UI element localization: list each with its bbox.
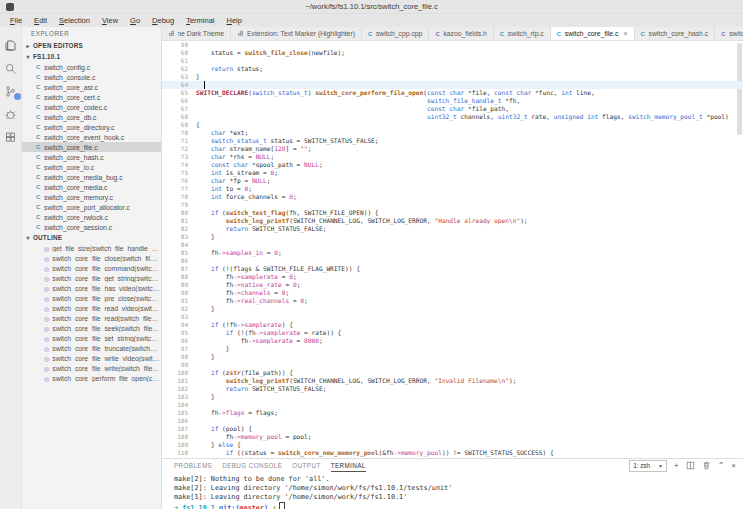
line-number: 94 [162,321,196,329]
line-number: 107 [162,425,196,433]
menu-item-view[interactable]: View [96,16,124,25]
file-item[interactable]: Cswitch_core_directory.c [22,122,161,132]
outline-section[interactable]: ▾ OUTLINE [22,232,161,243]
open-editors-section[interactable]: ▸ OPEN EDITORS [22,40,161,51]
split-terminal-icon[interactable] [686,461,695,470]
line-number: 68 [162,113,196,121]
file-item[interactable]: Cswitch_core_media_bug.c [22,172,161,182]
code-text: char *rhs = NULL; [196,153,274,161]
outline-item[interactable]: ◎switch_core_perform_file_open(const cha… [22,373,161,383]
editor-tab-bar: One Dark ThemeExtension: Text Marker (Hi… [162,27,743,41]
close-tab-icon[interactable]: × [623,30,627,37]
menu-item-go[interactable]: Go [124,16,146,25]
debug-icon[interactable] [3,106,19,122]
code-text: char stream_name[128] = ""; [196,145,312,153]
outline-symbol: switch_core_file_command(switch_file_han… [52,265,160,272]
outline-item[interactable]: ◎switch_core_file_read(switch_file_handl… [22,313,161,323]
maximize-panel-icon[interactable]: ⌃ [718,462,725,470]
menu-item-edit[interactable]: Edit [28,16,53,25]
code-text: status = switch_file_close(newfile); [196,49,345,57]
outline-symbol: switch_core_file_pre_close(switch_file_h… [52,295,160,302]
code-line: 86 [162,257,743,265]
explorer-icon[interactable] [3,37,19,53]
file-item[interactable]: Cswitch_core_file.c [22,142,161,152]
tab-label: switch_core_file.c [565,30,619,37]
outline-item[interactable]: ◎switch_core_file_read_video(switch_file… [22,303,161,313]
line-number: 60 [162,49,196,57]
outline-label: OUTLINE [33,234,62,241]
c-file-icon: C [36,204,41,210]
menu-item-debug[interactable]: Debug [146,16,180,25]
file-item[interactable]: Cswitch_core_session.c [22,222,161,232]
menu-item-terminal[interactable]: Terminal [180,16,220,25]
file-item[interactable]: Cswitch_core_hash.c [22,152,161,162]
code-editor[interactable]: 5960 status = switch_file_close(newfile)… [162,41,743,458]
outline-item[interactable]: ◎switch_core_file_set_string(switch_file… [22,333,161,343]
scm-badge [14,93,21,100]
terminal-shell-select[interactable]: 1: zsh ▼ [629,460,667,472]
file-name: switch_core_directory.c [44,124,115,131]
panel-header: PROBLEMSDEBUG CONSOLEOUTPUTTERMINAL 1: z… [162,459,743,472]
file-item[interactable]: Cswitch_core_event_hook.c [22,132,161,142]
editor-tab[interactable]: Cswitch_core_hash.c [635,27,716,40]
outline-item[interactable]: ◎get_file_size(switch_file_handle_t *, c… [22,243,161,253]
editor-tab[interactable]: Cswitch_plat [715,27,743,40]
outline-item[interactable]: ◎switch_core_file_close(switch_file_hand… [22,253,161,263]
terminal-output[interactable]: make[2]: Nothing to be done for 'all'.ma… [162,472,743,509]
editor-tab[interactable]: Cswitch_core_file.c× [551,27,635,40]
file-item[interactable]: Cswitch_console.c [22,72,161,82]
menu-item-selection[interactable]: Selection [53,16,96,25]
file-item[interactable]: Cswitch_core_cert.c [22,92,161,102]
file-item[interactable]: Cswitch_core_io.c [22,162,161,172]
editor-tab[interactable]: Extension: Text Marker (Highlighter) [231,27,362,40]
code-text: switch_log_printf(SWITCH_CHANNEL_LOG, SW… [196,377,516,385]
menu-item-help[interactable]: Help [221,16,248,25]
editor-tab[interactable]: Cswitch_rtp.c [494,27,551,40]
search-icon[interactable] [3,60,19,76]
file-item[interactable]: Cswitch_core_db.c [22,112,161,122]
close-panel-icon[interactable]: × [731,462,736,470]
file-item[interactable]: Cswitch_core_asr.c [22,82,161,92]
outline-item[interactable]: ◎switch_core_file_write_video(switch_fil… [22,353,161,363]
outline-item[interactable]: ◎switch_core_file_seek(switch_file_handl… [22,323,161,333]
outline-item[interactable]: ◎switch_core_file_pre_close(switch_file_… [22,293,161,303]
code-text: const char *file_path, [196,105,509,113]
panel-tab-output[interactable]: OUTPUT [292,459,320,472]
file-item[interactable]: Cswitch_core_rwlock.c [22,212,161,222]
extension-file-icon [168,30,175,37]
outline-item[interactable]: ◎switch_core_file_has_video(switch_file_… [22,283,161,293]
editor-tab[interactable]: Cswitch_cpp.cpp [362,27,429,40]
code-line: 79 [162,201,743,209]
editor-tab[interactable]: One Dark Theme [162,27,231,40]
outline-item[interactable]: ◎switch_core_file_write(switch_file_hand… [22,363,161,373]
outline-item[interactable]: ◎switch_core_file_truncate(switch_file_h… [22,343,161,353]
kill-terminal-icon[interactable] [702,461,711,470]
file-item[interactable]: Cswitch_core_port_allocator.c [22,202,161,212]
file-item[interactable]: Cswitch_core_codec.c [22,102,161,112]
file-name: switch_config.c [44,64,90,71]
line-number: 103 [162,393,196,401]
source-control-icon[interactable] [3,83,19,99]
outline-item[interactable]: ◎switch_core_file_get_string(switch_file… [22,273,161,283]
menu-item-file[interactable]: File [4,16,28,25]
outline-item[interactable]: ◎switch_core_file_command(switch_file_ha… [22,263,161,273]
tab-label: switch_rtp.c [508,30,544,37]
extensions-icon[interactable] [3,129,19,145]
line-number: 106 [162,417,196,425]
new-terminal-icon[interactable]: + [674,462,679,470]
c-file-icon: C [36,224,41,230]
panel-tab-terminal[interactable]: TERMINAL [331,459,366,472]
folder-section[interactable]: ▾ FS1.10.1 [22,51,161,62]
code-line: 97 } [162,345,743,353]
code-line: 94 if (!fh->samplerate) { [162,321,743,329]
code-line: 72 char stream_name[128] = ""; [162,145,743,153]
editor-tab[interactable]: Ckazoo_fields.h [429,27,493,40]
file-item[interactable]: Cswitch_core_media.c [22,182,161,192]
tab-label: switch_cpp.cpp [376,30,422,37]
line-number: 84 [162,241,196,249]
file-item[interactable]: Cswitch_core_memory.c [22,192,161,202]
panel-tab-debug-console[interactable]: DEBUG CONSOLE [222,459,282,472]
panel-tab-problems[interactable]: PROBLEMS [174,459,212,472]
title-bar: ~/work/fs/fs1.10.1/src/switch_core_file.… [0,0,743,14]
file-item[interactable]: Cswitch_config.c [22,62,161,72]
